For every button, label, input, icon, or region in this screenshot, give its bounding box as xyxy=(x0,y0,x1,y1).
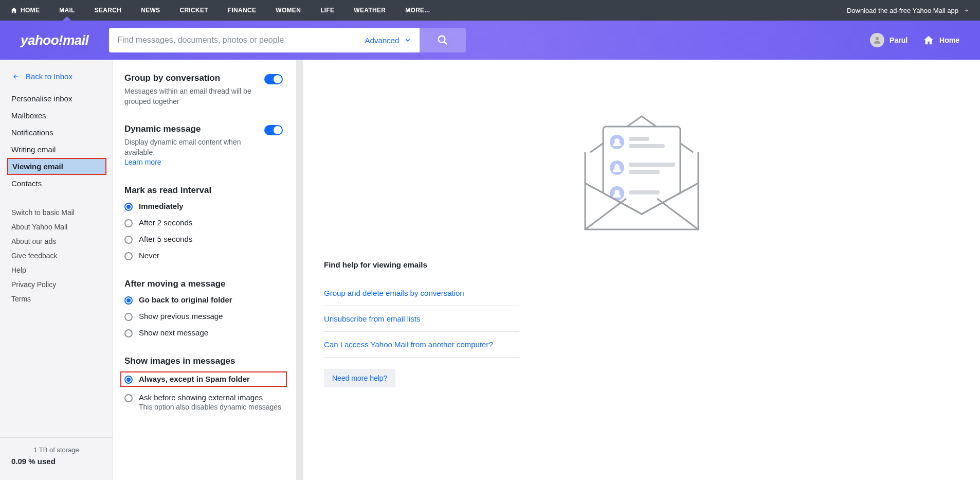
nav-cricket[interactable]: CRICKET xyxy=(179,7,208,14)
radio-icon xyxy=(124,394,133,402)
mark-read-5s[interactable]: After 5 seconds xyxy=(124,234,283,245)
help-link-unsubscribe[interactable]: Unsubscribe from email lists xyxy=(324,306,519,332)
images-always[interactable]: Always, except in Spam folder xyxy=(120,371,287,387)
help-link-group-delete[interactable]: Group and delete emails by conversation xyxy=(324,280,519,306)
sidebar-secondary: Switch to basic Mail About Yahoo Mail Ab… xyxy=(0,205,113,306)
nav-mail[interactable]: MAIL xyxy=(59,7,75,14)
mark-read-title: Mark as read interval xyxy=(124,185,283,195)
person-icon xyxy=(873,35,882,45)
svg-point-1 xyxy=(876,37,879,40)
sidebar-item-writing[interactable]: Writing email xyxy=(0,141,113,158)
envelope-illustration xyxy=(324,80,959,235)
arrow-left-icon xyxy=(11,73,21,80)
settings-sidebar: Back to Inbox Personalise inbox Mailboxe… xyxy=(0,60,113,480)
nav-home[interactable]: HOME xyxy=(10,7,40,14)
svg-rect-13 xyxy=(629,190,660,194)
sidebar-item-help[interactable]: Help xyxy=(0,263,113,277)
group-conversation-desc: Messages within an email thread will be … xyxy=(124,86,257,106)
nav-more[interactable]: MORE... xyxy=(405,7,430,14)
dynamic-message-desc: Display dynamic email content when avail… xyxy=(124,137,257,168)
svg-rect-10 xyxy=(629,170,660,174)
storage-used: 0.09 % used xyxy=(11,457,101,466)
header-right: Parul Home xyxy=(870,33,959,47)
search-icon xyxy=(437,34,448,46)
nav-search[interactable]: SEARCH xyxy=(95,7,121,14)
sidebar-item-about[interactable]: About Yahoo Mail xyxy=(0,220,113,234)
header-bar: yahoo!mail Advanced Parul Home xyxy=(0,21,980,60)
radio-icon xyxy=(124,296,133,305)
move-show-next[interactable]: Show next message xyxy=(124,327,283,339)
learn-more-link[interactable]: Learn more xyxy=(124,158,161,166)
sidebar-item-viewing[interactable]: Viewing email xyxy=(7,158,106,175)
user-name: Parul xyxy=(890,36,908,44)
main-layout: Back to Inbox Personalise inbox Mailboxe… xyxy=(0,60,980,480)
nav-home-label: HOME xyxy=(21,7,40,14)
dynamic-message-toggle[interactable] xyxy=(264,125,283,135)
nav-women[interactable]: WOMEN xyxy=(276,7,301,14)
sidebar-footer: 1 TB of storage 0.09 % used xyxy=(0,437,113,474)
home-button[interactable]: Home xyxy=(923,34,959,46)
radio-icon xyxy=(124,203,133,211)
setting-group-conversation: Group by conversation Messages within an… xyxy=(124,73,283,106)
radio-icon xyxy=(124,329,133,337)
advanced-search-link[interactable]: Advanced xyxy=(365,36,412,45)
download-app-link[interactable]: Download the ad-free Yahoo Mail app xyxy=(847,7,970,14)
chevron-down-icon xyxy=(404,37,411,44)
user-menu[interactable]: Parul xyxy=(870,33,908,47)
search-input[interactable] xyxy=(117,35,358,45)
nav-news[interactable]: NEWS xyxy=(141,7,160,14)
need-more-help-button[interactable]: Need more help? xyxy=(324,369,395,387)
home-icon xyxy=(10,7,17,14)
setting-mark-read: Mark as read interval Immediately After … xyxy=(124,185,283,261)
mark-read-immediately[interactable]: Immediately xyxy=(124,201,283,212)
nav-finance[interactable]: FINANCE xyxy=(228,7,256,14)
home-icon xyxy=(923,34,934,46)
group-conversation-title: Group by conversation xyxy=(124,73,257,83)
radio-icon xyxy=(124,219,133,227)
mark-read-never[interactable]: Never xyxy=(124,250,283,261)
search-input-wrap: Advanced xyxy=(109,28,420,52)
mark-read-2s[interactable]: After 2 seconds xyxy=(124,217,283,228)
svg-point-0 xyxy=(439,36,445,43)
move-show-prev[interactable]: Show previous message xyxy=(124,311,283,322)
svg-rect-9 xyxy=(629,163,675,167)
sidebar-item-personalise[interactable]: Personalise inbox xyxy=(0,90,113,107)
sidebar-item-feedback[interactable]: Give feedback xyxy=(0,248,113,263)
svg-rect-6 xyxy=(629,144,665,148)
after-move-title: After moving a message xyxy=(124,279,283,289)
dynamic-message-title: Dynamic message xyxy=(124,124,257,134)
svg-rect-5 xyxy=(629,137,649,141)
help-link-another-computer[interactable]: Can I access Yahoo Mail from another com… xyxy=(324,332,519,358)
yahoo-mail-logo[interactable]: yahoo!mail xyxy=(21,32,88,48)
nav-weather[interactable]: WEATHER xyxy=(354,7,386,14)
help-panel: Find help for viewing emails Group and d… xyxy=(303,60,980,480)
move-go-back[interactable]: Go back to original folder xyxy=(124,294,283,306)
top-nav-bar: HOME MAIL SEARCH NEWS CRICKET FINANCE WO… xyxy=(0,0,980,21)
sidebar-item-mailboxes[interactable]: Mailboxes xyxy=(0,107,113,124)
setting-show-images: Show images in messages Always, except i… xyxy=(124,356,283,412)
help-heading: Find help for viewing emails xyxy=(324,260,959,269)
search-container: Advanced xyxy=(109,28,466,52)
radio-icon xyxy=(124,236,133,244)
nav-life[interactable]: LIFE xyxy=(320,7,334,14)
avatar xyxy=(870,33,884,47)
search-button[interactable] xyxy=(420,28,466,52)
radio-icon xyxy=(124,376,133,384)
radio-icon xyxy=(124,252,133,260)
sidebar-item-basic[interactable]: Switch to basic Mail xyxy=(0,205,113,220)
show-images-title: Show images in messages xyxy=(124,356,283,366)
setting-dynamic-message: Dynamic message Display dynamic email co… xyxy=(124,124,283,168)
sidebar-item-ads[interactable]: About our ads xyxy=(0,234,113,248)
settings-panel[interactable]: Group by conversation Messages within an… xyxy=(113,60,303,480)
group-conversation-toggle[interactable] xyxy=(264,74,283,84)
back-to-inbox-link[interactable]: Back to Inbox xyxy=(0,72,113,90)
sidebar-item-privacy[interactable]: Privacy Policy xyxy=(0,277,113,292)
arrow-right-icon xyxy=(963,8,970,13)
sidebar-item-contacts[interactable]: Contacts xyxy=(0,175,113,192)
sidebar-item-terms[interactable]: Terms xyxy=(0,292,113,306)
images-ask[interactable]: Ask before showing external images This … xyxy=(124,392,283,412)
radio-icon xyxy=(124,313,133,321)
envelope-icon xyxy=(570,80,714,235)
sidebar-item-notifications[interactable]: Notifications xyxy=(0,124,113,141)
storage-total: 1 TB of storage xyxy=(11,446,101,454)
